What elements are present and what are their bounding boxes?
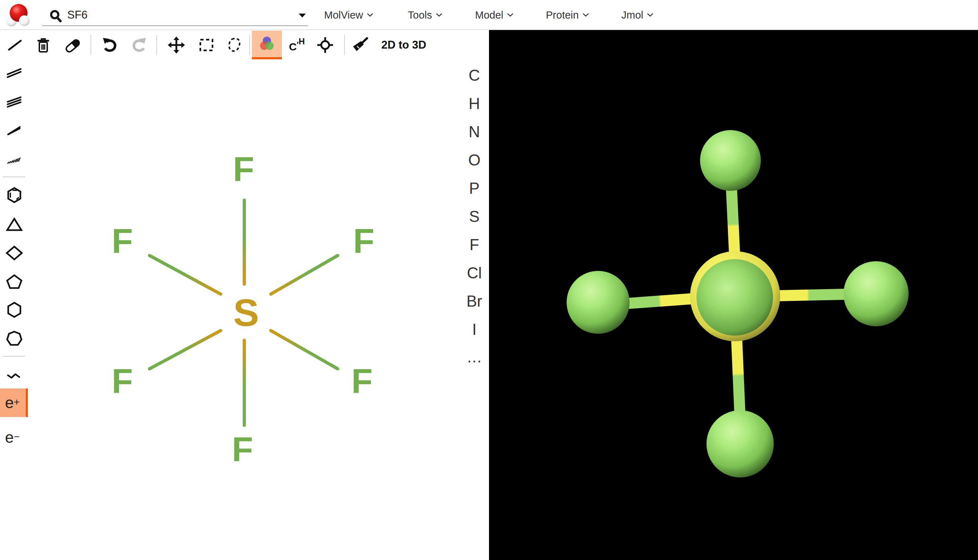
implicit-h-c-label: C bbox=[289, 41, 297, 53]
viewer-3d[interactable] bbox=[489, 30, 978, 560]
search-icon bbox=[48, 9, 63, 23]
atom-label-f-top[interactable]: F bbox=[233, 149, 254, 188]
bond-3d-bottom bbox=[737, 335, 740, 420]
element-s[interactable]: S bbox=[460, 208, 489, 225]
atom-label-s-center[interactable]: S bbox=[233, 291, 259, 334]
menu-tools[interactable]: Tools bbox=[408, 0, 442, 30]
atom-label-f-topright[interactable]: F bbox=[353, 221, 374, 260]
menu-molview[interactable]: MolView bbox=[324, 0, 373, 30]
bond-s-f-bottomleft bbox=[149, 330, 221, 369]
single-bond-icon bbox=[7, 37, 23, 53]
menu-label: MolView bbox=[324, 9, 363, 21]
menu-jmol[interactable]: Jmol bbox=[621, 0, 653, 30]
molview-logo[interactable] bbox=[6, 2, 30, 27]
convert-label: 2D to 3D bbox=[381, 38, 426, 52]
element-f[interactable]: F bbox=[460, 236, 489, 254]
sphere-fluorine-left bbox=[567, 271, 630, 334]
element-o[interactable]: O bbox=[460, 151, 489, 169]
top-menubar: SF6 MolView Tools Model Protein Jmol bbox=[0, 0, 978, 30]
element-n[interactable]: N bbox=[460, 123, 489, 141]
eraser-icon bbox=[64, 37, 81, 53]
sphere-fluorine-right bbox=[844, 261, 909, 326]
search-dropdown-caret[interactable] bbox=[298, 13, 306, 18]
search-underline bbox=[42, 25, 308, 26]
logo-hydrogen-sphere bbox=[19, 15, 30, 26]
atom-label-f-bottomleft[interactable]: F bbox=[112, 361, 133, 400]
element-more[interactable]: … bbox=[460, 348, 489, 366]
implicit-hydrogen-toggle[interactable]: C ′ H bbox=[286, 35, 308, 55]
lasso-select-icon bbox=[226, 37, 243, 53]
center-view-button[interactable] bbox=[317, 37, 334, 53]
chevron-down-icon bbox=[436, 13, 442, 17]
element-p[interactable]: P bbox=[460, 179, 489, 197]
rectangle-select-tool[interactable] bbox=[198, 37, 215, 53]
bond-s-f-topright bbox=[271, 255, 338, 294]
sketcher-toolbar: C ′ H 2D to 3D bbox=[0, 31, 489, 59]
redo-button[interactable] bbox=[130, 37, 147, 53]
element-i[interactable]: I bbox=[460, 320, 489, 338]
model-3d-sf6 bbox=[489, 30, 978, 560]
element-picker: C H N O P S F Cl Br I … bbox=[460, 59, 489, 560]
move-tool[interactable] bbox=[168, 37, 185, 53]
bond-3d-right bbox=[770, 294, 852, 296]
atom-label-f-bottomright[interactable]: F bbox=[351, 361, 373, 400]
toolbar-divider bbox=[344, 35, 345, 55]
chevron-down-icon bbox=[583, 13, 589, 17]
chevron-down-icon bbox=[367, 13, 373, 17]
atom-label-f-bottom[interactable]: F bbox=[232, 430, 253, 468]
atom-label-f-topleft[interactable]: F bbox=[112, 221, 133, 260]
color-mode-button[interactable] bbox=[252, 31, 282, 59]
single-bond-tool[interactable] bbox=[7, 37, 23, 53]
search-input[interactable]: SF6 bbox=[67, 8, 88, 22]
element-h[interactable]: H bbox=[460, 95, 489, 113]
colors-icon bbox=[258, 35, 276, 53]
element-cl[interactable]: Cl bbox=[460, 264, 489, 282]
menu-protein[interactable]: Protein bbox=[546, 0, 589, 30]
convert-2d-to-3d-button[interactable]: 2D to 3D bbox=[381, 31, 426, 59]
sphere-fluorine-top bbox=[700, 130, 761, 191]
trash-icon bbox=[35, 37, 52, 53]
menu-model[interactable]: Model bbox=[475, 0, 513, 30]
rectangle-select-icon bbox=[198, 37, 215, 53]
clean-structure-button[interactable] bbox=[352, 37, 369, 53]
chevron-down-icon bbox=[507, 13, 513, 17]
center-crosshair-icon bbox=[317, 37, 334, 53]
move-icon bbox=[168, 37, 185, 53]
bond-s-f-bottomright bbox=[271, 330, 338, 369]
toolbar-divider bbox=[156, 35, 157, 55]
implicit-h-h-label: H bbox=[299, 37, 305, 47]
toolbar-divider bbox=[90, 35, 91, 55]
redo-icon bbox=[130, 37, 147, 53]
menu-label: Model bbox=[475, 9, 503, 21]
sketcher-workspace: e+ e− bbox=[0, 59, 489, 560]
bond-s-f-topleft bbox=[149, 255, 221, 294]
undo-button[interactable] bbox=[102, 37, 119, 53]
eraser-tool[interactable] bbox=[64, 37, 81, 53]
clear-canvas-button[interactable] bbox=[35, 37, 52, 53]
element-c[interactable]: C bbox=[460, 67, 489, 84]
menu-label: Tools bbox=[408, 9, 432, 21]
sketcher-canvas-2d[interactable]: F F F S F F F bbox=[0, 59, 489, 560]
element-br[interactable]: Br bbox=[460, 292, 489, 310]
chevron-down-icon bbox=[647, 13, 653, 17]
sphere-fluorine-front bbox=[697, 259, 773, 335]
menu-label: Protein bbox=[546, 9, 579, 21]
broom-icon bbox=[352, 37, 369, 53]
undo-icon bbox=[102, 37, 119, 53]
menu-label: Jmol bbox=[621, 9, 643, 21]
toolbar-divider bbox=[249, 35, 250, 55]
molview-app: SF6 MolView Tools Model Protein Jmol bbox=[0, 0, 978, 560]
bond-3d-left bbox=[623, 298, 702, 304]
lasso-select-tool[interactable] bbox=[226, 37, 243, 53]
sphere-fluorine-bottom bbox=[707, 410, 774, 477]
